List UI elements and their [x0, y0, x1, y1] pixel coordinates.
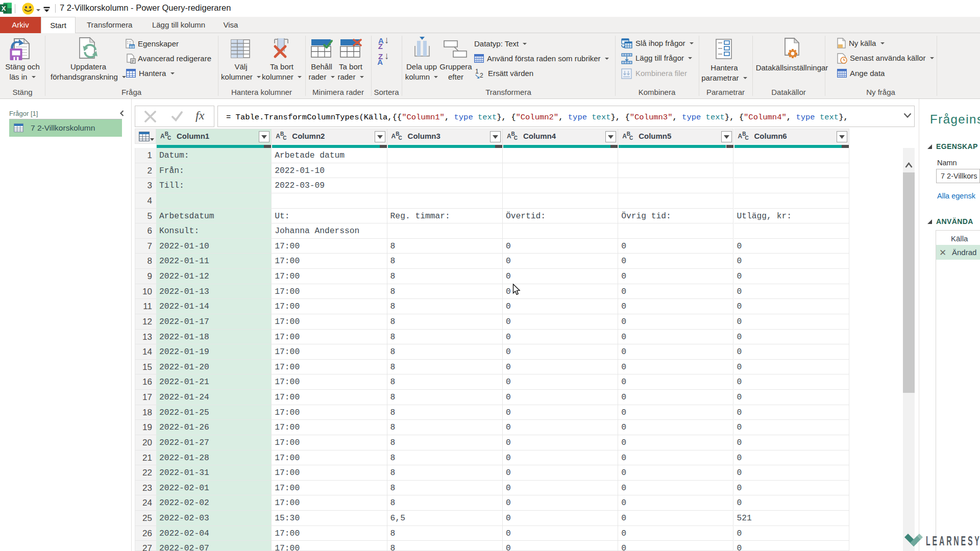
svg-text:X: X — [2, 5, 6, 12]
